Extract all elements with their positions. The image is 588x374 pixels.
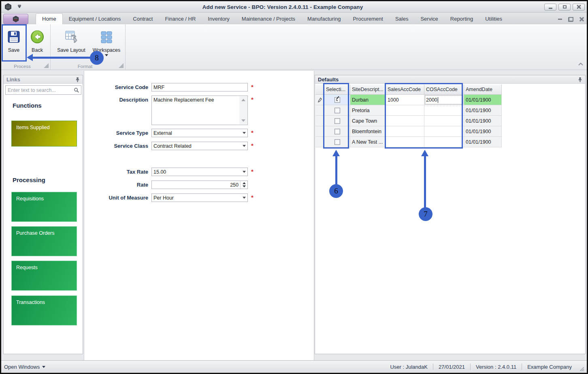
tab-manufacturing[interactable]: Manufacturing xyxy=(301,14,347,24)
amend-date-cell[interactable]: 01/01/1900 xyxy=(464,105,502,116)
site-description-cell[interactable]: Pretoria xyxy=(350,105,386,116)
requests-button[interactable]: Requests xyxy=(11,261,77,291)
tab-service[interactable]: Service xyxy=(414,14,444,24)
save-layout-icon xyxy=(64,28,79,46)
mdi-minimize-icon[interactable] xyxy=(558,19,562,20)
required-marker: * xyxy=(251,83,254,90)
format-dialog-launcher-icon[interactable] xyxy=(119,63,124,68)
tab-equipment-locations[interactable]: Equipment / Locations xyxy=(63,14,127,24)
annotation-box-acc-code-columns xyxy=(385,83,463,149)
required-marker: * xyxy=(251,96,254,103)
service-class-value: Contract Related xyxy=(153,143,192,149)
required-marker: * xyxy=(251,168,254,175)
pin-icon[interactable] xyxy=(578,77,582,82)
chevron-down-icon xyxy=(243,197,246,199)
required-marker: * xyxy=(251,129,254,136)
defaults-panel-title: Defaults xyxy=(318,76,578,83)
minimize-button[interactable] xyxy=(544,4,556,11)
annotation-callout-6: 6 xyxy=(329,184,343,198)
spinner-down-icon[interactable] xyxy=(243,185,246,187)
application-menu-button[interactable] xyxy=(3,14,28,24)
tab-maintenance-projects[interactable]: Maintenance / Projects xyxy=(236,14,301,24)
annotation-callout-7: 7 xyxy=(419,207,432,221)
service-type-dropdown[interactable]: External xyxy=(151,129,248,137)
links-panel: Links Functions Items Supplied Processin… xyxy=(3,75,83,354)
search-icon[interactable] xyxy=(74,87,79,93)
ribbon: Save Back Process xyxy=(0,24,588,70)
annotation-box-save xyxy=(2,24,27,62)
resize-grip-icon[interactable] xyxy=(579,366,584,371)
status-bar: Open Windows User : JulandaK 27/01/2021 … xyxy=(0,360,588,374)
amend-date-cell[interactable]: 01/01/1900 xyxy=(464,116,502,126)
workspaces-dropdown-icon xyxy=(105,54,108,56)
purchase-orders-button[interactable]: Purchase Orders xyxy=(11,226,77,256)
items-supplied-button[interactable]: Items Supplied xyxy=(11,121,77,147)
transactions-button[interactable]: Transactions xyxy=(11,295,77,325)
transactions-label: Transactions xyxy=(16,300,45,305)
open-windows-menu[interactable]: Open Windows xyxy=(4,364,45,370)
back-button-label: Back xyxy=(32,47,43,53)
site-description-cell[interactable]: Bloemfontein xyxy=(350,126,386,137)
maximize-icon xyxy=(563,5,567,8)
annotation-arrowhead-left xyxy=(27,54,33,61)
close-button[interactable] xyxy=(573,4,585,11)
service-code-input[interactable] xyxy=(153,85,246,90)
requisitions-label: Requisitions xyxy=(16,196,44,202)
tab-contract[interactable]: Contract xyxy=(127,14,159,24)
tab-inventory[interactable]: Inventory xyxy=(202,14,235,24)
unit-of-measure-dropdown[interactable]: Per Hour xyxy=(151,193,248,202)
spinner-arrows[interactable] xyxy=(240,181,246,189)
app-logo-icon xyxy=(4,3,12,11)
ribbon-tab-bar: Home Equipment / Locations Contract Fina… xyxy=(0,13,588,24)
ribbon-collapse-chevron-icon[interactable] xyxy=(577,61,584,68)
tab-procurement[interactable]: Procurement xyxy=(347,14,389,24)
tab-utilities[interactable]: Utilities xyxy=(479,14,508,24)
amend-date-cell[interactable]: 01/01/1900 xyxy=(464,95,502,105)
site-description-cell[interactable]: A New Test ... xyxy=(350,137,386,147)
requisitions-button[interactable]: Requisitions xyxy=(11,192,77,222)
search-input[interactable] xyxy=(8,87,74,93)
amend-date-cell[interactable]: 01/01/1900 xyxy=(464,126,502,137)
scroll-up-icon[interactable] xyxy=(241,99,245,101)
quick-access-toolbar-arrow[interactable] xyxy=(18,6,21,8)
pencil-edit-icon xyxy=(318,98,322,102)
site-description-cell[interactable]: Durban xyxy=(350,95,386,105)
annotation-arrowhead-up xyxy=(421,150,428,156)
tab-home[interactable]: Home xyxy=(36,13,63,24)
tab-sales[interactable]: Sales xyxy=(389,14,415,24)
minimize-icon xyxy=(549,8,552,9)
save-layout-button-label: Save Layout xyxy=(57,47,85,53)
chevron-down-icon xyxy=(243,171,246,173)
chevron-down-icon xyxy=(243,132,246,134)
service-code-label: Service Code xyxy=(84,84,148,90)
mdi-close-icon[interactable] xyxy=(579,17,584,21)
maximize-button[interactable] xyxy=(558,4,571,11)
processing-heading: Processing xyxy=(13,176,45,183)
rate-spinner[interactable]: 250 xyxy=(151,181,248,189)
status-company: Example Company xyxy=(522,364,577,370)
unit-of-measure-value: Per Hour xyxy=(153,195,174,201)
main-content: Links Functions Items Supplied Processin… xyxy=(0,70,588,360)
pin-icon[interactable] xyxy=(75,77,80,82)
site-description-cell[interactable]: Cape Town xyxy=(350,116,386,126)
spinner-up-icon[interactable] xyxy=(243,182,246,184)
tab-reporting[interactable]: Reporting xyxy=(444,14,479,24)
amend-date-cell[interactable]: 01/01/1900 xyxy=(464,137,502,147)
tax-rate-dropdown[interactable]: 15.00 xyxy=(151,168,248,176)
tab-finance-hr[interactable]: Finance / HR xyxy=(159,14,202,24)
rate-label: Rate xyxy=(84,182,148,188)
mdi-restore-icon[interactable] xyxy=(569,17,573,21)
functions-heading: Functions xyxy=(13,102,42,109)
process-dialog-launcher-icon[interactable] xyxy=(44,63,49,68)
description-scrollbar[interactable] xyxy=(239,96,247,124)
service-class-dropdown[interactable]: Contract Related xyxy=(151,142,248,150)
scroll-down-icon[interactable] xyxy=(241,119,245,122)
unit-of-measure-label: Unit of Measure xyxy=(84,195,148,201)
column-header-amend-date[interactable]: AmendDate xyxy=(464,85,502,95)
column-header-site-description[interactable]: SiteDescript... xyxy=(350,85,386,95)
description-input[interactable]: Machine Replacement Fee xyxy=(152,96,239,125)
app-window: Add new Service - BPO: Version 2.4.0.11 … xyxy=(0,0,588,374)
links-panel-title: Links xyxy=(6,76,75,83)
save-layout-button[interactable]: Save Layout xyxy=(55,26,88,61)
required-marker: * xyxy=(251,194,254,201)
